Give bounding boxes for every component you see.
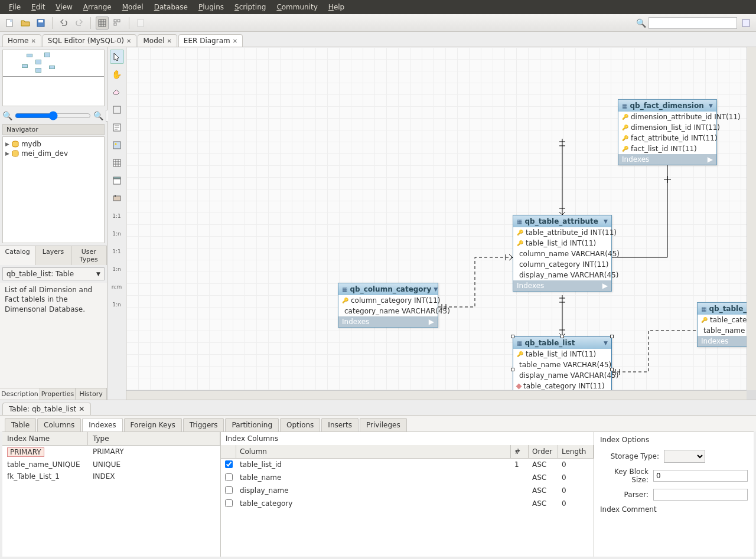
column-include-checkbox[interactable] bbox=[225, 499, 233, 507]
storage-type-select[interactable] bbox=[664, 450, 705, 463]
selection-handle[interactable] bbox=[610, 335, 614, 338]
close-icon[interactable]: ✕ bbox=[31, 38, 35, 44]
zoom-in-button[interactable]: 🔍 bbox=[93, 111, 103, 120]
index-row[interactable]: table_name_UNIQUEUNIQUE bbox=[2, 459, 220, 470]
table-column[interactable]: 🔑table_list_id INT(11) bbox=[513, 349, 611, 359]
table-column[interactable]: 🔑column_category INT(11) bbox=[338, 295, 438, 306]
parser-input[interactable] bbox=[653, 489, 748, 501]
index-column-row[interactable]: display_nameASC0 bbox=[221, 485, 594, 498]
table-column[interactable]: table_name VARCHAR(45) bbox=[513, 359, 611, 370]
undo-button[interactable] bbox=[57, 17, 70, 30]
subtab-triggers[interactable]: Triggers bbox=[183, 418, 224, 431]
diagram-overview[interactable] bbox=[2, 50, 105, 106]
menu-plugins[interactable]: Plugins bbox=[193, 3, 229, 11]
save-button[interactable] bbox=[34, 17, 47, 30]
menu-database[interactable]: Database bbox=[149, 3, 193, 11]
col-header-length[interactable]: Length bbox=[558, 445, 594, 458]
menu-file[interactable]: File bbox=[4, 3, 26, 11]
tool-rel-1n[interactable]: 1:n bbox=[110, 227, 124, 241]
tool-hand[interactable]: ✋ bbox=[110, 67, 124, 81]
tab-model[interactable]: Model✕ bbox=[138, 34, 177, 47]
table-column[interactable]: category_name VARCHAR(45) bbox=[338, 306, 438, 316]
chevron-down-icon[interactable]: ▼ bbox=[604, 218, 608, 224]
search-input[interactable] bbox=[649, 17, 737, 29]
tool-rel-existing[interactable]: 1:n bbox=[110, 298, 124, 312]
index-name-header[interactable]: Index Name bbox=[2, 432, 88, 445]
selected-object-combo[interactable]: qb_table_list: Table ▼ bbox=[2, 267, 105, 280]
erd-table-qb_column_category[interactable]: ▦qb_column_category▼🔑column_category INT… bbox=[338, 283, 438, 328]
column-include-checkbox[interactable] bbox=[225, 486, 233, 494]
selection-handle[interactable] bbox=[610, 368, 614, 371]
close-icon[interactable]: ✕ bbox=[167, 38, 171, 44]
catalog-tab-catalog[interactable]: Catalog bbox=[0, 246, 35, 265]
table-column[interactable]: display_name VARCHAR(45) bbox=[513, 370, 611, 381]
menu-view[interactable]: View bbox=[50, 3, 77, 11]
tree-item-mei-dim-dev[interactable]: ▶ mei_dim_dev bbox=[5, 149, 102, 158]
tool-image[interactable] bbox=[110, 138, 124, 152]
horizontal-scrollbar[interactable] bbox=[126, 390, 747, 400]
expand-icon[interactable]: ▶ bbox=[5, 151, 9, 156]
catalog-tab-layers[interactable]: Layers bbox=[35, 246, 71, 265]
index-column-row[interactable]: table_nameASC0 bbox=[221, 472, 594, 485]
subtab-partitioning[interactable]: Partitioning bbox=[225, 418, 279, 431]
index-row[interactable]: PRIMARYPRIMARY bbox=[2, 446, 220, 459]
table-column[interactable]: 🔑table_attribute_id INT(11) bbox=[513, 227, 611, 238]
tool-eraser[interactable] bbox=[110, 85, 124, 99]
menu-edit[interactable]: Edit bbox=[26, 3, 50, 11]
subtab-columns[interactable]: Columns bbox=[37, 418, 81, 431]
table-indexes-footer[interactable]: Indexes▶ bbox=[513, 280, 611, 291]
subtab-inserts[interactable]: Inserts bbox=[321, 418, 359, 431]
table-indexes-footer[interactable]: Indexes▶ bbox=[338, 316, 438, 327]
chevron-down-icon[interactable]: ▼ bbox=[434, 286, 438, 292]
tool-note[interactable] bbox=[110, 120, 124, 135]
erd-table-qb_table_attribute[interactable]: ▦qb_table_attribute▼🔑table_attribute_id … bbox=[513, 215, 612, 292]
table-header[interactable]: ▦qb_fact_dimension▼ bbox=[618, 100, 716, 112]
subtab-options[interactable]: Options bbox=[280, 418, 320, 431]
menu-community[interactable]: Community bbox=[271, 3, 322, 11]
key-block-input[interactable] bbox=[653, 470, 748, 482]
tool-pointer[interactable] bbox=[110, 50, 124, 64]
tool-rel-nm[interactable]: n:m bbox=[110, 280, 124, 294]
catalog-tree[interactable]: ▶ mydb ▶ mei_dim_dev bbox=[2, 136, 105, 243]
close-icon[interactable]: ✕ bbox=[79, 405, 84, 413]
tree-item-mydb[interactable]: ▶ mydb bbox=[5, 139, 102, 149]
subtab-foreignkeys[interactable]: Foreign Keys bbox=[124, 418, 182, 431]
table-column[interactable]: display_name VARCHAR(45) bbox=[513, 270, 611, 280]
desc-tab-history[interactable]: History bbox=[76, 388, 107, 400]
table-column[interactable]: 🔑dimension_attribute_id INT(11) bbox=[618, 112, 716, 122]
redo-button[interactable] bbox=[73, 17, 86, 30]
new-file-button[interactable] bbox=[4, 17, 17, 30]
zoom-slider[interactable] bbox=[15, 112, 91, 120]
expand-icon[interactable]: ▶ bbox=[5, 141, 9, 147]
subtab-table[interactable]: Table bbox=[5, 418, 36, 431]
page-button[interactable] bbox=[134, 17, 147, 30]
index-type-header[interactable]: Type bbox=[88, 432, 220, 445]
close-icon[interactable]: ✕ bbox=[126, 38, 131, 44]
tab-eer-diagram[interactable]: EER Diagram✕ bbox=[178, 34, 243, 47]
menu-model[interactable]: Model bbox=[117, 3, 149, 11]
tool-view[interactable] bbox=[110, 174, 124, 188]
erd-table-qb_fact_dimension[interactable]: ▦qb_fact_dimension▼🔑dimension_attribute_… bbox=[618, 99, 717, 165]
table-column[interactable]: column_category INT(11) bbox=[513, 259, 611, 270]
col-header-order[interactable]: Order bbox=[529, 445, 558, 458]
menu-scripting[interactable]: Scripting bbox=[229, 3, 271, 11]
tool-rel-11[interactable]: 1:1 bbox=[110, 209, 124, 223]
chevron-down-icon[interactable]: ▼ bbox=[709, 103, 713, 109]
selection-handle[interactable] bbox=[561, 335, 564, 338]
index-column-row[interactable]: table_categoryASC0 bbox=[221, 498, 594, 511]
desc-tab-properties[interactable]: Properties bbox=[40, 388, 76, 400]
col-header-num[interactable]: # bbox=[511, 445, 529, 458]
table-column[interactable]: 🔑fact_attribute_id INT(11) bbox=[618, 133, 716, 143]
search-options-button[interactable] bbox=[739, 17, 752, 30]
column-include-checkbox[interactable] bbox=[225, 473, 233, 481]
open-file-button[interactable] bbox=[19, 17, 32, 30]
align-button[interactable] bbox=[111, 17, 124, 30]
tool-routine[interactable] bbox=[110, 191, 124, 205]
table-column[interactable]: column_name VARCHAR(45) bbox=[513, 249, 611, 259]
table-header[interactable]: ▦qb_table_list▼ bbox=[513, 337, 611, 349]
chevron-down-icon[interactable]: ▼ bbox=[604, 340, 608, 346]
menu-help[interactable]: Help bbox=[323, 3, 350, 11]
table-column[interactable]: 🔑dimension_list_id INT(11) bbox=[618, 122, 716, 133]
table-column[interactable]: 🔑fact_list_id INT(11) bbox=[618, 143, 716, 154]
subtab-indexes[interactable]: Indexes bbox=[82, 418, 122, 431]
